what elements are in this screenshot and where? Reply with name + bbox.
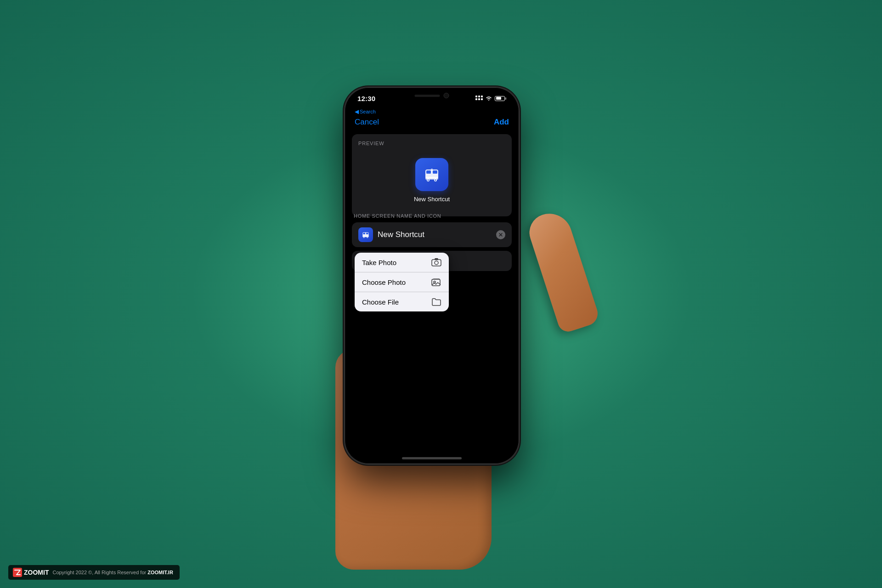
svg-rect-14 [431, 169, 433, 170]
svg-rect-2 [481, 96, 483, 97]
watermark-logo: ZOOMIT [13, 568, 49, 577]
photo-library-icon [431, 278, 441, 286]
name-input-row: New Shortcut [352, 222, 512, 247]
section-label: HOME SCREEN NAME AND ICON [352, 213, 512, 219]
add-button[interactable]: Add [494, 118, 509, 127]
svg-point-12 [428, 180, 429, 181]
nav-bar: Cancel Add [345, 112, 518, 132]
dropdown-item-choose-photo[interactable]: Choose Photo [355, 272, 449, 292]
phone-screen: 12:30 [345, 88, 518, 463]
svg-rect-3 [475, 98, 477, 100]
app-icon-preview [415, 158, 448, 191]
dropdown-item-take-photo[interactable]: Take Photo [355, 253, 449, 272]
bus-icon [422, 165, 441, 184]
dropdown-item-choose-file[interactable]: Choose File [355, 292, 449, 311]
svg-point-21 [363, 237, 364, 237]
back-nav: ◀ Search [355, 108, 376, 115]
take-photo-label: Take Photo [362, 259, 396, 266]
svg-point-13 [435, 180, 436, 181]
status-time: 12:30 [357, 95, 375, 102]
svg-rect-28 [432, 279, 440, 286]
svg-rect-5 [481, 98, 483, 100]
preview-section: PREVIEW [352, 134, 512, 216]
phone-device: 12:30 [345, 87, 519, 464]
choose-photo-label: Choose Photo [362, 278, 406, 286]
svg-rect-16 [363, 233, 365, 234]
shortcut-name-input[interactable]: New Shortcut [378, 230, 492, 239]
camera-icon [431, 258, 441, 266]
svg-rect-31 [13, 568, 22, 577]
status-icons [475, 96, 506, 101]
svg-rect-1 [478, 96, 480, 97]
clear-x-icon [498, 232, 503, 237]
svg-point-26 [435, 261, 438, 265]
zoomit-z-icon [13, 568, 22, 577]
watermark-copyright: Copyright 2022 ©, All Rights Reserved fo… [52, 570, 173, 575]
svg-rect-25 [432, 260, 441, 266]
home-indicator [402, 457, 462, 459]
svg-rect-17 [366, 233, 368, 234]
svg-rect-7 [426, 170, 431, 174]
dropdown-menu: Take Photo Choose Photo [355, 253, 449, 311]
input-bus-icon [361, 230, 370, 239]
phone-scene: 12:30 [322, 74, 560, 514]
wifi-icon [485, 96, 492, 101]
svg-rect-8 [433, 170, 437, 174]
clear-button[interactable] [496, 230, 505, 239]
svg-rect-4 [478, 98, 480, 100]
watermark: ZOOMIT Copyright 2022 ©, All Rights Rese… [8, 565, 180, 580]
grid-icon [475, 96, 483, 101]
input-icon [358, 227, 373, 242]
folder-icon [431, 298, 441, 306]
app-preview-name: New Shortcut [414, 196, 450, 203]
svg-rect-29 [433, 278, 440, 279]
watermark-brand-name: ZOOMIT [24, 569, 49, 576]
preview-label: PREVIEW [358, 141, 505, 146]
cancel-button[interactable]: Cancel [355, 118, 379, 127]
choose-file-label: Choose File [362, 298, 399, 306]
svg-point-22 [367, 237, 368, 237]
battery-icon [495, 96, 506, 101]
svg-rect-0 [475, 96, 477, 97]
svg-rect-27 [435, 258, 438, 260]
notch [396, 88, 468, 103]
